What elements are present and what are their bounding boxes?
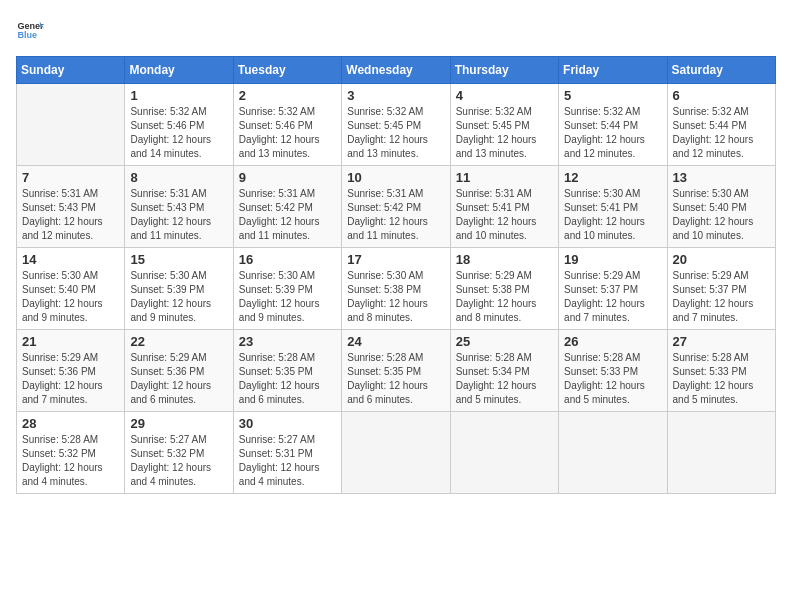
calendar-cell: 30Sunrise: 5:27 AM Sunset: 5:31 PM Dayli… — [233, 412, 341, 494]
day-info: Sunrise: 5:32 AM Sunset: 5:45 PM Dayligh… — [347, 105, 444, 161]
day-info: Sunrise: 5:28 AM Sunset: 5:35 PM Dayligh… — [239, 351, 336, 407]
day-number: 8 — [130, 170, 227, 185]
weekday-header: Wednesday — [342, 57, 450, 84]
day-number: 9 — [239, 170, 336, 185]
day-info: Sunrise: 5:30 AM Sunset: 5:41 PM Dayligh… — [564, 187, 661, 243]
day-number: 12 — [564, 170, 661, 185]
day-number: 21 — [22, 334, 119, 349]
calendar-cell: 29Sunrise: 5:27 AM Sunset: 5:32 PM Dayli… — [125, 412, 233, 494]
day-number: 20 — [673, 252, 770, 267]
day-info: Sunrise: 5:29 AM Sunset: 5:36 PM Dayligh… — [22, 351, 119, 407]
day-number: 1 — [130, 88, 227, 103]
calendar-cell: 2Sunrise: 5:32 AM Sunset: 5:46 PM Daylig… — [233, 84, 341, 166]
calendar-cell — [559, 412, 667, 494]
weekday-header: Friday — [559, 57, 667, 84]
calendar-cell: 13Sunrise: 5:30 AM Sunset: 5:40 PM Dayli… — [667, 166, 775, 248]
weekday-header: Monday — [125, 57, 233, 84]
calendar-cell: 19Sunrise: 5:29 AM Sunset: 5:37 PM Dayli… — [559, 248, 667, 330]
day-number: 24 — [347, 334, 444, 349]
calendar-cell: 27Sunrise: 5:28 AM Sunset: 5:33 PM Dayli… — [667, 330, 775, 412]
day-info: Sunrise: 5:30 AM Sunset: 5:39 PM Dayligh… — [239, 269, 336, 325]
day-number: 27 — [673, 334, 770, 349]
calendar-cell: 16Sunrise: 5:30 AM Sunset: 5:39 PM Dayli… — [233, 248, 341, 330]
calendar-cell: 23Sunrise: 5:28 AM Sunset: 5:35 PM Dayli… — [233, 330, 341, 412]
day-number: 17 — [347, 252, 444, 267]
calendar-week-row: 7Sunrise: 5:31 AM Sunset: 5:43 PM Daylig… — [17, 166, 776, 248]
weekday-header: Sunday — [17, 57, 125, 84]
day-number: 30 — [239, 416, 336, 431]
day-number: 25 — [456, 334, 553, 349]
day-info: Sunrise: 5:28 AM Sunset: 5:34 PM Dayligh… — [456, 351, 553, 407]
calendar-cell: 17Sunrise: 5:30 AM Sunset: 5:38 PM Dayli… — [342, 248, 450, 330]
day-info: Sunrise: 5:31 AM Sunset: 5:42 PM Dayligh… — [239, 187, 336, 243]
day-number: 6 — [673, 88, 770, 103]
weekday-header: Tuesday — [233, 57, 341, 84]
day-number: 16 — [239, 252, 336, 267]
calendar-cell: 1Sunrise: 5:32 AM Sunset: 5:46 PM Daylig… — [125, 84, 233, 166]
calendar-cell — [450, 412, 558, 494]
calendar-cell: 20Sunrise: 5:29 AM Sunset: 5:37 PM Dayli… — [667, 248, 775, 330]
day-info: Sunrise: 5:30 AM Sunset: 5:39 PM Dayligh… — [130, 269, 227, 325]
calendar-cell: 26Sunrise: 5:28 AM Sunset: 5:33 PM Dayli… — [559, 330, 667, 412]
day-number: 15 — [130, 252, 227, 267]
calendar-cell: 24Sunrise: 5:28 AM Sunset: 5:35 PM Dayli… — [342, 330, 450, 412]
day-number: 28 — [22, 416, 119, 431]
weekday-header: Thursday — [450, 57, 558, 84]
day-number: 3 — [347, 88, 444, 103]
calendar-cell: 15Sunrise: 5:30 AM Sunset: 5:39 PM Dayli… — [125, 248, 233, 330]
day-info: Sunrise: 5:29 AM Sunset: 5:38 PM Dayligh… — [456, 269, 553, 325]
logo: General Blue — [16, 16, 44, 44]
calendar-cell: 6Sunrise: 5:32 AM Sunset: 5:44 PM Daylig… — [667, 84, 775, 166]
calendar-cell: 28Sunrise: 5:28 AM Sunset: 5:32 PM Dayli… — [17, 412, 125, 494]
calendar-cell: 21Sunrise: 5:29 AM Sunset: 5:36 PM Dayli… — [17, 330, 125, 412]
calendar-cell: 9Sunrise: 5:31 AM Sunset: 5:42 PM Daylig… — [233, 166, 341, 248]
day-number: 11 — [456, 170, 553, 185]
day-info: Sunrise: 5:32 AM Sunset: 5:44 PM Dayligh… — [564, 105, 661, 161]
calendar-cell: 18Sunrise: 5:29 AM Sunset: 5:38 PM Dayli… — [450, 248, 558, 330]
calendar: SundayMondayTuesdayWednesdayThursdayFrid… — [16, 56, 776, 494]
svg-text:Blue: Blue — [17, 30, 37, 40]
day-number: 2 — [239, 88, 336, 103]
header: General Blue — [16, 16, 776, 44]
day-number: 4 — [456, 88, 553, 103]
calendar-header-row: SundayMondayTuesdayWednesdayThursdayFrid… — [17, 57, 776, 84]
day-number: 14 — [22, 252, 119, 267]
day-number: 23 — [239, 334, 336, 349]
day-info: Sunrise: 5:31 AM Sunset: 5:43 PM Dayligh… — [130, 187, 227, 243]
day-info: Sunrise: 5:30 AM Sunset: 5:40 PM Dayligh… — [22, 269, 119, 325]
day-info: Sunrise: 5:27 AM Sunset: 5:31 PM Dayligh… — [239, 433, 336, 489]
weekday-header: Saturday — [667, 57, 775, 84]
day-info: Sunrise: 5:27 AM Sunset: 5:32 PM Dayligh… — [130, 433, 227, 489]
day-info: Sunrise: 5:28 AM Sunset: 5:33 PM Dayligh… — [564, 351, 661, 407]
day-info: Sunrise: 5:31 AM Sunset: 5:42 PM Dayligh… — [347, 187, 444, 243]
calendar-cell: 14Sunrise: 5:30 AM Sunset: 5:40 PM Dayli… — [17, 248, 125, 330]
calendar-cell — [17, 84, 125, 166]
day-info: Sunrise: 5:31 AM Sunset: 5:41 PM Dayligh… — [456, 187, 553, 243]
calendar-cell: 25Sunrise: 5:28 AM Sunset: 5:34 PM Dayli… — [450, 330, 558, 412]
day-number: 10 — [347, 170, 444, 185]
day-info: Sunrise: 5:29 AM Sunset: 5:37 PM Dayligh… — [564, 269, 661, 325]
day-info: Sunrise: 5:28 AM Sunset: 5:35 PM Dayligh… — [347, 351, 444, 407]
calendar-week-row: 28Sunrise: 5:28 AM Sunset: 5:32 PM Dayli… — [17, 412, 776, 494]
calendar-cell: 8Sunrise: 5:31 AM Sunset: 5:43 PM Daylig… — [125, 166, 233, 248]
logo-icon: General Blue — [16, 16, 44, 44]
day-number: 26 — [564, 334, 661, 349]
day-number: 13 — [673, 170, 770, 185]
calendar-cell: 10Sunrise: 5:31 AM Sunset: 5:42 PM Dayli… — [342, 166, 450, 248]
calendar-cell — [342, 412, 450, 494]
day-info: Sunrise: 5:32 AM Sunset: 5:45 PM Dayligh… — [456, 105, 553, 161]
calendar-week-row: 21Sunrise: 5:29 AM Sunset: 5:36 PM Dayli… — [17, 330, 776, 412]
calendar-cell: 11Sunrise: 5:31 AM Sunset: 5:41 PM Dayli… — [450, 166, 558, 248]
calendar-body: 1Sunrise: 5:32 AM Sunset: 5:46 PM Daylig… — [17, 84, 776, 494]
calendar-cell: 3Sunrise: 5:32 AM Sunset: 5:45 PM Daylig… — [342, 84, 450, 166]
calendar-cell: 22Sunrise: 5:29 AM Sunset: 5:36 PM Dayli… — [125, 330, 233, 412]
day-number: 7 — [22, 170, 119, 185]
day-number: 5 — [564, 88, 661, 103]
day-info: Sunrise: 5:32 AM Sunset: 5:46 PM Dayligh… — [130, 105, 227, 161]
day-info: Sunrise: 5:28 AM Sunset: 5:33 PM Dayligh… — [673, 351, 770, 407]
day-info: Sunrise: 5:30 AM Sunset: 5:40 PM Dayligh… — [673, 187, 770, 243]
day-number: 22 — [130, 334, 227, 349]
day-info: Sunrise: 5:29 AM Sunset: 5:36 PM Dayligh… — [130, 351, 227, 407]
calendar-cell: 12Sunrise: 5:30 AM Sunset: 5:41 PM Dayli… — [559, 166, 667, 248]
day-info: Sunrise: 5:29 AM Sunset: 5:37 PM Dayligh… — [673, 269, 770, 325]
